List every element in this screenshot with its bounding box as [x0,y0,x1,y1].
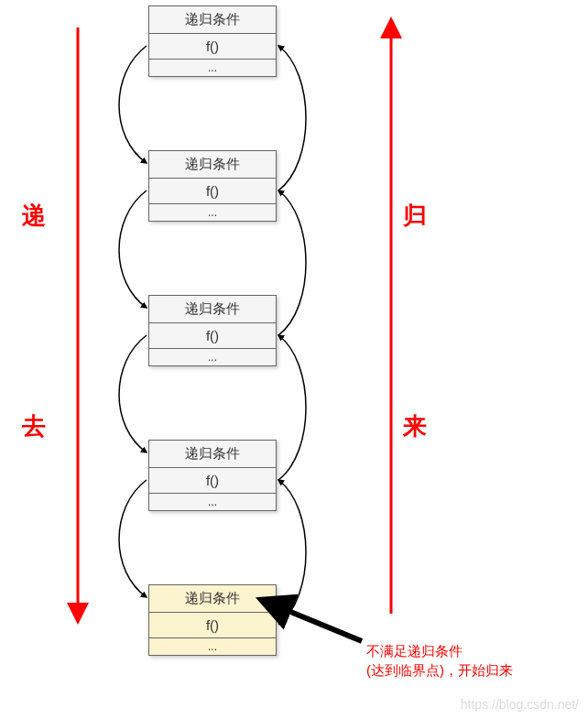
curve-up-1 [278,46,306,191]
arrows-overlay [0,0,588,719]
recursion-block-4: 递归条件 f() ... [148,440,277,511]
curve-down-3 [119,335,147,452]
caption-pointer-arrow [284,609,362,641]
watermark: https://blog.csdn.net/ [461,697,579,712]
block-fn: f() [149,34,276,60]
left-label-bottom: 去 [22,410,46,442]
left-label-top: 递 [22,200,46,232]
curve-up-2 [278,191,306,335]
block-fn: f() [149,613,276,638]
recursion-block-5: 递归条件 f() ... [148,584,277,656]
recursion-block-2: 递归条件 f() ... [148,150,277,222]
caption-line-2: (达到临界点)，开始归来 [366,662,513,678]
block-dots: ... [149,60,276,76]
block-fn: f() [149,323,276,349]
block-dots: ... [149,204,276,221]
recursion-block-1: 递归条件 f() ... [148,5,277,77]
block-header: 递归条件 [149,441,276,468]
block-header: 递归条件 [149,6,276,34]
curve-down-4 [119,480,147,597]
block-dots: ... [149,349,276,365]
block-header: 递归条件 [149,585,276,613]
block-header: 递归条件 [149,296,276,323]
curve-up-3 [278,335,306,480]
right-label-top: 归 [403,200,427,232]
block-fn: f() [149,468,276,494]
right-label-bottom: 来 [403,410,427,442]
curve-up-4 [278,480,306,625]
recursion-block-3: 递归条件 f() ... [148,295,277,366]
caption-text: 不满足递归条件 (达到临界点)，开始归来 [366,641,513,680]
caption-line-1: 不满足递归条件 [366,643,463,659]
curve-down-2 [119,191,147,308]
block-header: 递归条件 [149,151,276,179]
block-fn: f() [149,179,276,204]
block-dots: ... [149,494,276,510]
curve-down-1 [119,46,147,163]
block-dots: ... [149,638,276,655]
